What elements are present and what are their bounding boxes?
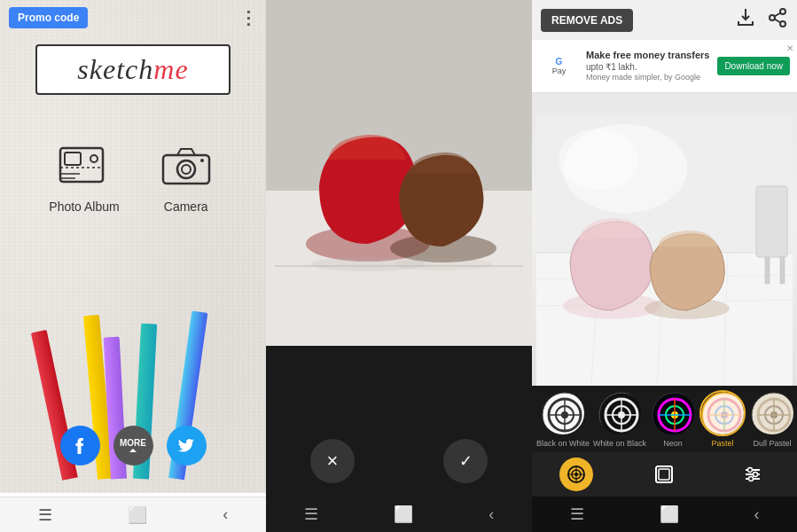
twitter-icon — [178, 439, 194, 453]
bottom-nav-2: ☰ ⬜ ‹ — [266, 497, 532, 532]
ad-close-icon[interactable]: ✕ — [786, 43, 793, 53]
svg-point-76 — [754, 473, 758, 477]
svg-point-8 — [182, 165, 191, 174]
download-svg — [735, 7, 756, 28]
twitter-button[interactable] — [167, 426, 207, 466]
bottom-nav-1: ☰ ⬜ ‹ — [0, 497, 266, 532]
bottom-nav-3: ☰ ⬜ ‹ — [532, 497, 797, 532]
filter-pastel[interactable]: Pastel — [699, 390, 746, 448]
filter-bow-svg — [542, 392, 586, 436]
svg-line-19 — [775, 12, 781, 16]
svg-point-16 — [770, 15, 775, 20]
close-icon: × — [327, 450, 339, 473]
share-icon[interactable] — [767, 7, 788, 34]
top-action-icons — [735, 7, 788, 34]
gpay-section: G Pay — [539, 57, 579, 75]
main-icons-row: Photo Album Camera — [0, 104, 266, 223]
ad-download-button[interactable]: Download now — [717, 57, 790, 75]
brush-tool-button[interactable] — [559, 458, 593, 491]
hamburger-icon-3[interactable]: ☰ — [570, 505, 584, 524]
svg-point-17 — [780, 21, 785, 27]
sketch-area — [532, 93, 797, 412]
svg-point-7 — [177, 160, 195, 178]
camera-icon — [160, 143, 213, 189]
svg-point-3 — [90, 155, 98, 162]
download-icon[interactable] — [735, 7, 756, 34]
hamburger-icon-1[interactable]: ☰ — [38, 505, 52, 525]
camera-item[interactable]: Camera — [155, 139, 217, 214]
chevron-up-icon — [129, 448, 137, 453]
filter-label-wob: White on Black — [593, 439, 646, 448]
sketch-beanbags-svg — [536, 102, 793, 412]
remove-ads-button[interactable]: REMOVE ADS — [541, 9, 633, 32]
ad-made-by: Money made simpler, by Google — [586, 73, 710, 83]
svg-point-34 — [559, 129, 638, 191]
svg-point-77 — [749, 477, 754, 481]
facebook-button[interactable] — [60, 426, 100, 466]
logo-me: me — [153, 53, 188, 85]
filter-options-bar: Black on White White on Black — [532, 386, 797, 452]
svg-rect-1 — [65, 153, 81, 165]
facebook-icon — [74, 437, 85, 455]
social-buttons-row: MORE — [0, 426, 266, 466]
top-bar: Promo code ⋮ — [0, 0, 266, 35]
panel-photo: × ✓ ☰ ⬜ ‹ — [266, 0, 532, 532]
back-icon-3[interactable]: ‹ — [754, 505, 760, 524]
svg-rect-30 — [756, 186, 787, 257]
svg-line-18 — [775, 19, 781, 22]
filter-black-on-white[interactable]: Black on White — [536, 390, 590, 448]
gpay-g: G — [556, 57, 563, 66]
logo-container: sketchme — [0, 35, 266, 104]
back-icon-1[interactable]: ‹ — [223, 505, 228, 524]
filter-label-neon: Neon — [663, 439, 683, 448]
camera-icon-box — [155, 139, 217, 192]
photo-controls: × ✓ — [266, 439, 532, 483]
filter-circle-wob — [597, 390, 643, 436]
camera-label: Camera — [164, 200, 208, 214]
filter-neon[interactable]: Neon — [650, 390, 696, 448]
filter-label-pastel: Pastel — [712, 439, 734, 448]
photo-display — [266, 0, 532, 381]
filter-dull-pastel-svg — [751, 392, 795, 436]
brush-tool-icon — [566, 465, 586, 484]
filter-label-dull-pastel: Dull Pastel — [754, 439, 792, 448]
svg-rect-71 — [659, 469, 669, 480]
logo-box: sketchme — [35, 44, 231, 95]
home-icon-2[interactable]: ⬜ — [394, 505, 413, 524]
svg-point-15 — [780, 9, 785, 14]
menu-dots-icon[interactable]: ⋮ — [239, 7, 257, 28]
tool-bar — [532, 452, 797, 497]
photo-content — [266, 0, 532, 381]
close-photo-button[interactable]: × — [310, 439, 355, 483]
svg-rect-31 — [765, 257, 770, 284]
photo-album-item[interactable]: Photo Album — [49, 139, 119, 214]
adjust-tool-button[interactable] — [736, 458, 770, 491]
photo-album-icon-box — [53, 139, 115, 192]
filter-circle-pastel — [699, 390, 746, 436]
logo-sketch: sketch — [77, 53, 153, 85]
more-button[interactable]: MORE — [113, 426, 153, 466]
top-bar-3: REMOVE ADS — [532, 0, 797, 40]
filter-circle-bow — [540, 390, 586, 436]
more-label: MORE — [120, 438, 146, 448]
panel-sketchme: Promo code ⋮ sketchme Photo Album — [0, 0, 266, 532]
photo-album-icon — [58, 143, 111, 189]
ad-title: Make free money transfers — [586, 49, 710, 61]
photo-album-label: Photo Album — [49, 200, 119, 214]
filter-dull-pastel[interactable]: Dull Pastel — [749, 390, 795, 448]
back-icon-2[interactable]: ‹ — [488, 505, 494, 524]
sketch-content — [532, 93, 797, 412]
check-icon: ✓ — [459, 451, 473, 471]
frame-tool-button[interactable] — [647, 458, 681, 491]
hamburger-icon-2[interactable]: ☰ — [304, 505, 318, 524]
promo-code-button[interactable]: Promo code — [9, 7, 88, 28]
svg-point-14 — [395, 258, 492, 270]
filter-circle-neon — [650, 390, 696, 436]
home-icon-1[interactable]: ⬜ — [128, 505, 147, 525]
svg-point-9 — [200, 159, 204, 162]
filter-circle-dull-pastel — [749, 390, 795, 436]
filter-white-on-black[interactable]: White on Black — [593, 390, 646, 448]
svg-point-75 — [748, 468, 753, 473]
confirm-photo-button[interactable]: ✓ — [443, 439, 488, 483]
home-icon-3[interactable]: ⬜ — [660, 505, 679, 524]
